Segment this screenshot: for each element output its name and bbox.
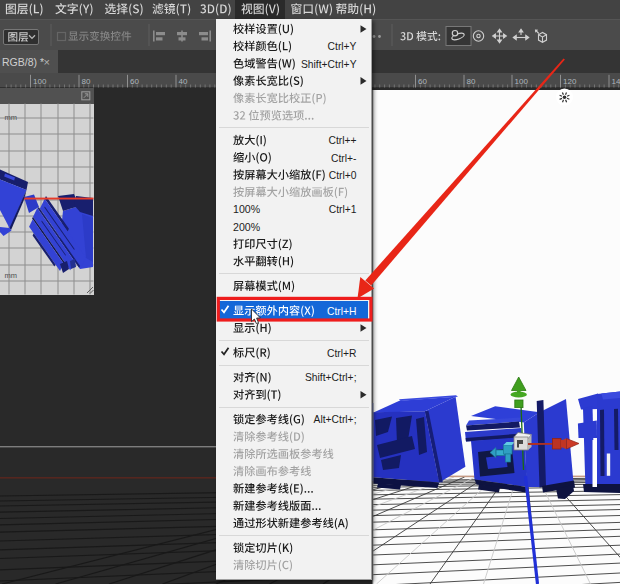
svg-text:Ctrl+1: Ctrl+1 (329, 204, 357, 215)
svg-text:Ctrl+R: Ctrl+R (327, 348, 356, 359)
svg-text:Shift+Ctrl+;: Shift+Ctrl+; (305, 372, 357, 383)
svg-text:Ctrl+-: Ctrl+- (331, 153, 356, 164)
svg-text:Ctrl+Y: Ctrl+Y (328, 41, 357, 52)
svg-text:RGB/8) *: RGB/8) * (2, 56, 44, 68)
svg-text:Alt+Ctrl+;: Alt+Ctrl+; (314, 414, 357, 425)
svg-text:Shift+Ctrl+Y: Shift+Ctrl+Y (301, 59, 357, 70)
svg-text:100%: 100% (233, 203, 261, 215)
svg-text:Ctrl+H: Ctrl+H (327, 306, 356, 317)
svg-text:200%: 200% (233, 221, 261, 233)
svg-text:×: × (44, 56, 50, 68)
svg-text:Ctrl++: Ctrl++ (328, 135, 356, 146)
svg-text:Ctrl+0: Ctrl+0 (329, 170, 357, 181)
